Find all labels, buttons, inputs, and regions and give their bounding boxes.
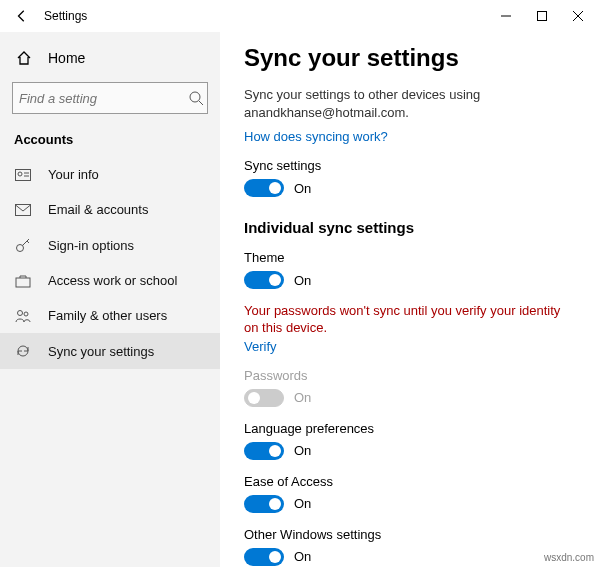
sidebar-item-your-info[interactable]: Your info: [0, 157, 220, 192]
svg-point-4: [190, 92, 200, 102]
window-title: Settings: [44, 9, 87, 23]
sidebar-item-signin[interactable]: Sign-in options: [0, 227, 220, 263]
close-button[interactable]: [560, 2, 596, 30]
people-icon: [14, 309, 32, 323]
ease-label: Ease of Access: [244, 474, 578, 489]
svg-point-11: [17, 245, 24, 252]
individual-sync-heading: Individual sync settings: [244, 219, 578, 236]
how-sync-works-link[interactable]: How does syncing work?: [244, 129, 388, 144]
svg-rect-1: [538, 12, 547, 21]
sync-settings-toggle[interactable]: [244, 179, 284, 197]
home-label: Home: [48, 50, 85, 66]
language-label: Language preferences: [244, 421, 578, 436]
svg-line-5: [199, 101, 203, 105]
toggle-state: On: [294, 496, 311, 511]
sidebar: Home Accounts Your info Email & accounts: [0, 32, 220, 567]
sync-icon: [14, 343, 32, 359]
sidebar-item-label: Family & other users: [48, 308, 167, 323]
mail-icon: [14, 204, 32, 216]
search-box[interactable]: [12, 82, 208, 114]
briefcase-icon: [14, 274, 32, 288]
svg-point-15: [18, 310, 23, 315]
svg-line-13: [27, 241, 29, 243]
sidebar-item-label: Sync your settings: [48, 344, 154, 359]
theme-toggle[interactable]: [244, 271, 284, 289]
sidebar-item-label: Your info: [48, 167, 99, 182]
theme-label: Theme: [244, 250, 578, 265]
search-icon: [188, 90, 204, 106]
toggle-state: On: [294, 443, 311, 458]
svg-point-7: [18, 172, 22, 176]
other-label: Other Windows settings: [244, 527, 578, 542]
passwords-toggle: [244, 389, 284, 407]
back-button[interactable]: [10, 4, 34, 28]
maximize-button[interactable]: [524, 2, 560, 30]
svg-rect-10: [16, 204, 31, 215]
sidebar-item-label: Access work or school: [48, 273, 177, 288]
verify-link[interactable]: Verify: [244, 339, 277, 354]
passwords-label: Passwords: [244, 368, 578, 383]
sidebar-item-label: Sign-in options: [48, 238, 134, 253]
sidebar-item-work-school[interactable]: Access work or school: [0, 263, 220, 298]
main-panel: Sync your settings Sync your settings to…: [220, 32, 600, 567]
sidebar-item-family[interactable]: Family & other users: [0, 298, 220, 333]
search-input[interactable]: [19, 91, 188, 106]
titlebar: Settings: [0, 0, 600, 32]
toggle-state: On: [294, 390, 311, 405]
language-toggle[interactable]: [244, 442, 284, 460]
sidebar-section-header: Accounts: [0, 128, 220, 157]
toggle-state: On: [294, 273, 311, 288]
sync-settings-label: Sync settings: [244, 158, 578, 173]
home-nav[interactable]: Home: [0, 42, 220, 74]
other-toggle[interactable]: [244, 548, 284, 566]
sidebar-item-email[interactable]: Email & accounts: [0, 192, 220, 227]
svg-rect-14: [16, 278, 30, 287]
person-card-icon: [14, 169, 32, 181]
sync-description: Sync your settings to other devices usin…: [244, 86, 544, 121]
toggle-state: On: [294, 549, 311, 564]
sidebar-item-sync[interactable]: Sync your settings: [0, 333, 220, 369]
toggle-state: On: [294, 181, 311, 196]
verify-warning: Your passwords won't sync until you veri…: [244, 303, 564, 337]
home-icon: [14, 50, 34, 66]
svg-point-16: [24, 312, 28, 316]
watermark: wsxdn.com: [544, 552, 594, 563]
ease-toggle[interactable]: [244, 495, 284, 513]
minimize-button[interactable]: [488, 2, 524, 30]
page-title: Sync your settings: [244, 44, 578, 72]
sidebar-item-label: Email & accounts: [48, 202, 148, 217]
key-icon: [14, 237, 32, 253]
